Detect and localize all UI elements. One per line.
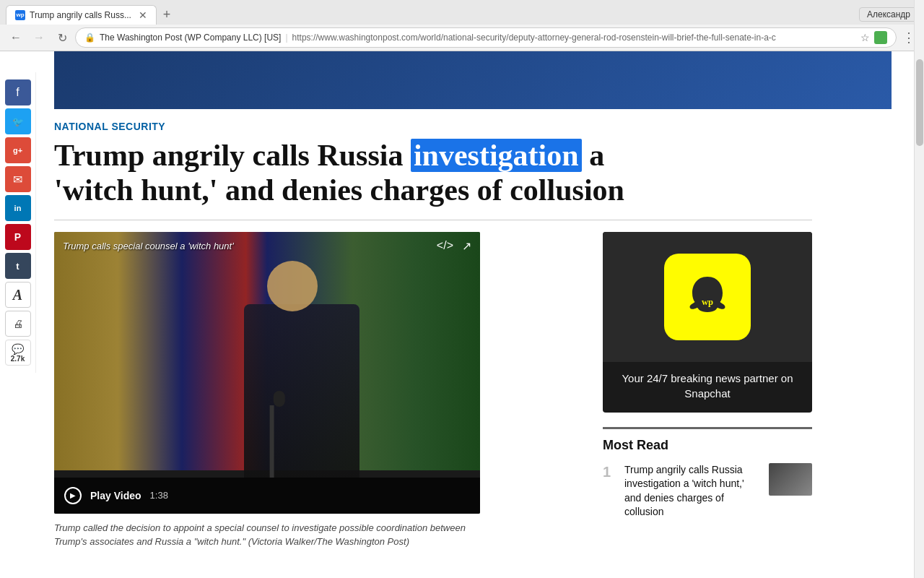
article-headline: Trump angrily calls Russia investigation… xyxy=(54,138,632,208)
play-button[interactable]: ▶ xyxy=(64,487,82,504)
lock-icon: 🔒 xyxy=(84,33,95,43)
share-icon[interactable]: ↗ xyxy=(462,239,471,253)
bookmark-icon[interactable]: ☆ xyxy=(860,32,870,43)
play-label[interactable]: Play Video xyxy=(90,490,141,501)
tab-title: Trump angrily calls Russ... xyxy=(30,10,131,20)
video-label: Trump calls special counsel a 'witch hun… xyxy=(63,241,234,251)
googleplus-share-button[interactable]: g+ xyxy=(5,137,31,163)
svg-text:wp: wp xyxy=(702,296,713,306)
most-read-thumbnail xyxy=(769,463,812,496)
article-main: Trump calls special counsel a 'witch hun… xyxy=(54,232,585,549)
section-divider xyxy=(54,220,812,220)
snapchat-background: wp xyxy=(603,232,812,362)
site-name: The Washington Post (WP Company LLC) [US… xyxy=(100,33,281,43)
article-sidebar: wp Your 24/7 breaking news partner on Sn… xyxy=(603,232,812,549)
title-bar: wp Trump angrily calls Russ... ✕ + Алекс… xyxy=(0,0,924,25)
email-share-button[interactable]: ✉ xyxy=(5,166,31,192)
pinterest-share-button[interactable]: P xyxy=(5,224,31,250)
video-player[interactable]: Trump calls special counsel a 'witch hun… xyxy=(54,232,480,514)
separator: | xyxy=(285,33,287,43)
social-sidebar: f 🐦 g+ ✉ in P t A 🖨 💬 2.7k xyxy=(0,72,36,373)
nav-bar: ← → ↻ 🔒 The Washington Post (WP Company … xyxy=(0,25,924,51)
content-row: Trump calls special counsel a 'witch hun… xyxy=(54,232,812,549)
comments-button[interactable]: 💬 2.7k xyxy=(5,340,31,366)
headline-highlighted-word: investigation xyxy=(411,139,582,172)
facebook-share-button[interactable]: f xyxy=(5,79,31,105)
snapchat-ad[interactable]: wp Your 24/7 breaking news partner on Sn… xyxy=(603,232,812,413)
comment-icon: 💬 xyxy=(12,343,24,355)
url-text: https://www.washingtonpost.com/world/nat… xyxy=(292,33,856,43)
video-play-bar[interactable]: ▶ Play Video 1:38 xyxy=(54,478,480,514)
tab-close-button[interactable]: ✕ xyxy=(139,9,147,21)
address-bar[interactable]: 🔒 The Washington Post (WP Company LLC) [… xyxy=(75,27,897,48)
play-duration: 1:38 xyxy=(150,490,168,501)
microphone-head xyxy=(274,391,285,407)
user-account-button[interactable]: Александр xyxy=(859,7,918,22)
headline-pre-text: Trump angrily calls Russia xyxy=(54,139,403,172)
most-read-section: Most Read 1 Trump angrily calls Russia i… xyxy=(603,427,812,528)
video-figure xyxy=(244,304,359,478)
print-button[interactable]: 🖨 xyxy=(5,311,31,337)
most-read-text[interactable]: Trump angrily calls Russia investigation… xyxy=(624,463,762,519)
page-content: National Security Trump angrily calls Ru… xyxy=(40,51,906,549)
comment-count: 2.7k xyxy=(11,355,25,363)
new-tab-button[interactable]: + xyxy=(157,4,177,25)
browser-chrome: wp Trump angrily calls Russ... ✕ + Алекс… xyxy=(0,0,924,51)
section-label[interactable]: National Security xyxy=(54,121,892,132)
font-resize-button[interactable]: A xyxy=(5,282,31,308)
most-read-number: 1 xyxy=(603,463,617,480)
tab-favicon: wp xyxy=(15,10,25,20)
snapchat-logo: wp xyxy=(664,254,751,340)
tumblr-share-button[interactable]: t xyxy=(5,253,31,279)
most-read-label: Most Read xyxy=(603,438,812,453)
snapchat-ghost-icon: wp xyxy=(682,272,733,322)
snapchat-description: Your 24/7 breaking news partner on Snapc… xyxy=(603,362,812,401)
ad-banner xyxy=(54,51,892,109)
browser-tab[interactable]: wp Trump angrily calls Russ... ✕ xyxy=(6,5,157,25)
back-button[interactable]: ← xyxy=(6,27,26,48)
extension-icon[interactable] xyxy=(874,31,887,44)
refresh-button[interactable]: ↻ xyxy=(52,27,72,48)
twitter-share-button[interactable]: 🐦 xyxy=(5,108,31,134)
video-caption: Trump called the decision to appoint a s… xyxy=(54,521,480,549)
linkedin-share-button[interactable]: in xyxy=(5,195,31,221)
embed-icon[interactable]: </> xyxy=(437,239,453,253)
video-figure-head xyxy=(267,261,318,311)
scrollbar-thumb[interactable] xyxy=(916,59,923,146)
microphone-stand xyxy=(270,405,274,478)
most-read-item[interactable]: 1 Trump angrily calls Russia investigati… xyxy=(603,463,812,528)
scrollbar[interactable] xyxy=(914,0,924,549)
video-top-controls[interactable]: </> ↗ xyxy=(437,239,471,253)
forward-button[interactable]: → xyxy=(29,27,49,48)
